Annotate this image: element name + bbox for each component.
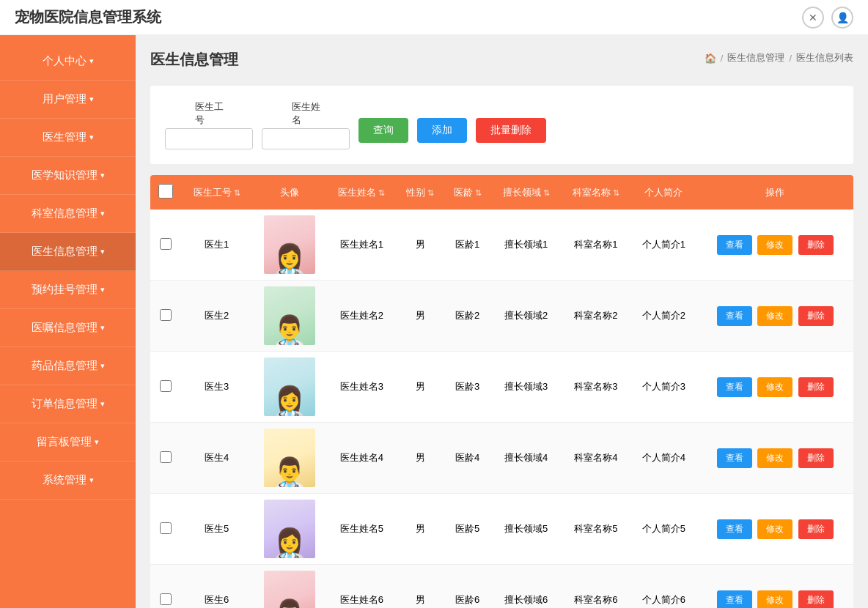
row-actions: 查看 修改 删除 (696, 494, 853, 565)
sidebar-label-order: 订单信息管理 (32, 397, 98, 411)
main-content: 医生信息管理 🏠 / 医生信息管理 / 医生信息列表 医生工号 医生姓名 查询 … (136, 35, 868, 608)
row-doctor-name: 医生姓名4 (327, 423, 397, 494)
row-age: 医龄5 (444, 494, 491, 565)
sidebar-label-user-mgmt: 用户管理 (43, 92, 87, 106)
row-bio: 个人简介3 (631, 352, 697, 423)
edit-button-2[interactable]: 修改 (757, 377, 792, 397)
sidebar-item-medicine[interactable]: 药品信息管理 ▾ (0, 347, 136, 385)
sidebar-label-doctor-info: 医生信息管理 (32, 245, 98, 259)
row-actions: 查看 修改 删除 (696, 210, 853, 281)
row-bio: 个人简介2 (631, 281, 697, 352)
row-age: 医龄2 (444, 281, 491, 352)
view-button-2[interactable]: 查看 (717, 377, 752, 397)
edit-button-4[interactable]: 修改 (757, 519, 792, 539)
row-checkbox-3[interactable] (160, 451, 172, 463)
sidebar-item-personal[interactable]: 个人中心 ▾ (0, 42, 136, 81)
row-age: 医龄1 (444, 210, 491, 281)
table-row: 医生5 👩‍⚕️ 医生姓名5 男 医龄5 擅长领域5 科室名称5 个人简介5 查… (150, 494, 853, 565)
doctor-table: 医生工号 头像 医生姓名 性别 医龄 擅长领域 科室名称 个人简介 操作 医生1 (150, 175, 853, 608)
sidebar: 个人中心 ▾ 用户管理 ▾ 医生管理 ▾ 医学知识管理 ▾ 科室信息管理 ▾ 医… (0, 35, 136, 608)
th-specialty[interactable]: 擅长领域 (491, 175, 561, 210)
chevron-icon-doctor-info: ▾ (100, 247, 105, 256)
chevron-icon-personal: ▾ (89, 56, 94, 66)
row-checkbox-5[interactable] (160, 593, 172, 605)
doctor-id-input[interactable] (165, 128, 253, 149)
doctor-avatar-0: 👩‍⚕️ (264, 215, 315, 274)
sidebar-label-doctor-mgmt: 医生管理 (43, 130, 87, 144)
row-checkbox-cell[interactable] (150, 210, 182, 281)
row-avatar-cell: 👩‍⚕️ (251, 494, 327, 565)
edit-button-0[interactable]: 修改 (757, 235, 792, 255)
th-age[interactable]: 医龄 (444, 175, 491, 210)
sidebar-item-order[interactable]: 订单信息管理 ▾ (0, 385, 136, 423)
query-button[interactable]: 查询 (358, 118, 408, 143)
th-checkbox[interactable] (150, 175, 182, 210)
th-gender[interactable]: 性别 (397, 175, 444, 210)
delete-button-3[interactable]: 删除 (798, 448, 834, 468)
sidebar-item-user-mgmt[interactable]: 用户管理 ▾ (0, 81, 136, 119)
row-doctor-name: 医生姓名6 (327, 565, 397, 609)
row-dept: 科室名称5 (561, 494, 630, 565)
delete-button-4[interactable]: 删除 (798, 519, 834, 539)
row-checkbox-1[interactable] (160, 309, 172, 321)
delete-button-1[interactable]: 删除 (798, 306, 834, 326)
th-doctor-name[interactable]: 医生姓名 (327, 175, 397, 210)
edit-button-5[interactable]: 修改 (757, 590, 792, 609)
sidebar-item-doctor-info[interactable]: 医生信息管理 ▾ (0, 233, 136, 271)
th-dept[interactable]: 科室名称 (561, 175, 630, 210)
edit-button-3[interactable]: 修改 (757, 448, 792, 468)
doctor-avatar-4: 👩‍⚕️ (264, 500, 315, 558)
row-avatar-cell: 👩‍⚕️ (251, 352, 327, 423)
row-age: 医龄6 (444, 565, 491, 609)
view-button-3[interactable]: 查看 (717, 448, 752, 468)
edit-button-1[interactable]: 修改 (757, 306, 792, 326)
main-layout: 个人中心 ▾ 用户管理 ▾ 医生管理 ▾ 医学知识管理 ▾ 科室信息管理 ▾ 医… (0, 35, 868, 608)
row-gender: 男 (397, 210, 444, 281)
row-checkbox-cell[interactable] (150, 565, 182, 609)
row-age: 医龄3 (444, 352, 491, 423)
row-checkbox-0[interactable] (160, 238, 172, 250)
select-all-checkbox[interactable] (158, 184, 173, 199)
row-specialty: 擅长领域1 (491, 210, 561, 281)
doctor-figure-4: 👩‍⚕️ (271, 529, 308, 558)
sidebar-item-medical-knowledge[interactable]: 医学知识管理 ▾ (0, 157, 136, 195)
row-checkbox-2[interactable] (160, 380, 172, 392)
close-icon[interactable]: ✕ (802, 7, 824, 29)
row-avatar-cell: 👨‍⚕️ (251, 565, 327, 609)
table-row: 医生2 👨‍⚕️ 医生姓名2 男 医龄2 擅长领域2 科室名称2 个人简介2 查… (150, 281, 853, 352)
row-gender: 男 (397, 352, 444, 423)
delete-button-5[interactable]: 删除 (798, 590, 834, 609)
row-checkbox-4[interactable] (160, 522, 172, 534)
table-row: 医生3 👩‍⚕️ 医生姓名3 男 医龄3 擅长领域3 科室名称3 个人简介3 查… (150, 352, 853, 423)
batch-delete-button[interactable]: 批量删除 (476, 118, 546, 143)
row-checkbox-cell[interactable] (150, 352, 182, 423)
view-button-1[interactable]: 查看 (717, 306, 752, 326)
sidebar-item-medical-order[interactable]: 医嘱信息管理 ▾ (0, 309, 136, 347)
sidebar-item-doctor-mgmt[interactable]: 医生管理 ▾ (0, 119, 136, 157)
row-checkbox-cell[interactable] (150, 281, 182, 352)
sidebar-label-message-board: 留言板管理 (37, 435, 92, 449)
delete-button-0[interactable]: 删除 (798, 235, 834, 255)
row-checkbox-cell[interactable] (150, 494, 182, 565)
view-button-4[interactable]: 查看 (717, 519, 752, 539)
chevron-icon-system: ▾ (89, 475, 94, 485)
th-doctor-id[interactable]: 医生工号 (182, 175, 251, 210)
row-doctor-name: 医生姓名3 (327, 352, 397, 423)
sidebar-item-system[interactable]: 系统管理 ▾ (0, 461, 136, 500)
row-specialty: 擅长领域5 (491, 494, 561, 565)
table-row: 医生1 👩‍⚕️ 医生姓名1 男 医龄1 擅长领域1 科室名称1 个人简介1 查… (150, 210, 853, 281)
user-icon[interactable]: 👤 (831, 7, 853, 29)
page-title: 医生信息管理 (150, 50, 238, 70)
sidebar-item-dept-info[interactable]: 科室信息管理 ▾ (0, 195, 136, 233)
add-button[interactable]: 添加 (417, 118, 467, 143)
view-button-0[interactable]: 查看 (717, 235, 752, 255)
sidebar-item-appointment[interactable]: 预约挂号管理 ▾ (0, 271, 136, 309)
doctor-name-input[interactable] (262, 128, 350, 149)
view-button-5[interactable]: 查看 (717, 590, 752, 609)
delete-button-2[interactable]: 删除 (798, 377, 834, 397)
row-actions: 查看 修改 删除 (696, 565, 853, 609)
row-checkbox-cell[interactable] (150, 423, 182, 494)
sidebar-item-message-board[interactable]: 留言板管理 ▾ (0, 423, 136, 461)
row-bio: 个人简介1 (631, 210, 697, 281)
doctor-avatar-5: 👨‍⚕️ (264, 571, 315, 608)
